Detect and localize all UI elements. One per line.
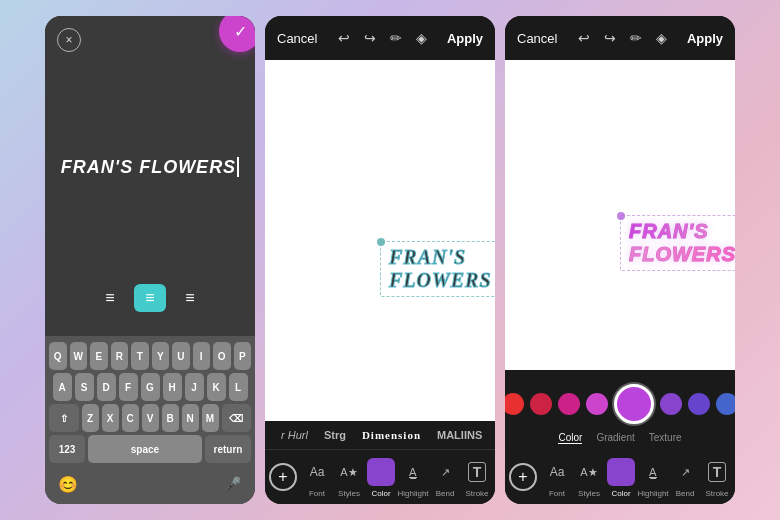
- panel3-tool-highlight[interactable]: A̲ Highlight: [637, 456, 669, 498]
- panel3-resize-tl[interactable]: [617, 212, 625, 220]
- tool-bend[interactable]: ↗ Bend: [429, 456, 461, 498]
- font-item-0[interactable]: r Hurl: [273, 427, 316, 443]
- panel3-header: Cancel ↩ ↪ ✏ ◈ Apply: [505, 16, 735, 60]
- align-left-button[interactable]: ≡: [94, 284, 126, 312]
- tool-stroke-label: Stroke: [465, 489, 488, 498]
- panel2-cancel-button[interactable]: Cancel: [277, 31, 317, 46]
- resize-handle-tl[interactable]: [377, 238, 385, 246]
- panel3-layers-icon[interactable]: ◈: [656, 30, 667, 46]
- close-button[interactable]: ×: [57, 28, 81, 52]
- font-item-4[interactable]: H: [490, 427, 495, 443]
- key-n[interactable]: N: [182, 404, 199, 432]
- key-space[interactable]: space: [88, 435, 202, 463]
- stroke-icon: T: [461, 456, 493, 488]
- canvas-text-panel2[interactable]: FRAN'S FLOWERS: [389, 246, 492, 291]
- tool-font[interactable]: Aa Font: [301, 456, 333, 498]
- key-x[interactable]: X: [102, 404, 119, 432]
- confirm-button[interactable]: ✓: [219, 16, 255, 52]
- key-v[interactable]: V: [142, 404, 159, 432]
- canvas-text-panel3[interactable]: FRAN'S FLOWERS: [629, 220, 735, 265]
- tab-gradient[interactable]: Gradient: [596, 432, 634, 444]
- panel3-add-button[interactable]: +: [509, 463, 537, 491]
- key-w[interactable]: W: [70, 342, 88, 370]
- key-b[interactable]: B: [162, 404, 179, 432]
- mic-button[interactable]: 🎤: [217, 470, 247, 498]
- font-item-1[interactable]: Strg: [316, 427, 354, 443]
- panel3-tool-color[interactable]: Color: [605, 456, 637, 498]
- emoji-button[interactable]: 😊: [53, 470, 83, 498]
- key-d[interactable]: D: [97, 373, 116, 401]
- panel3-redo-icon[interactable]: ↪: [604, 30, 616, 46]
- swatch-red[interactable]: [505, 393, 524, 415]
- swatch-blue[interactable]: [716, 393, 735, 415]
- panel3-tool-styles[interactable]: A★ Styles: [573, 456, 605, 498]
- key-h[interactable]: H: [163, 373, 182, 401]
- key-p[interactable]: P: [234, 342, 252, 370]
- font-icon: Aa: [301, 456, 333, 488]
- panel3-apply-button[interactable]: Apply: [687, 31, 723, 46]
- tab-color[interactable]: Color: [558, 432, 582, 444]
- key-a[interactable]: A: [53, 373, 72, 401]
- panel3-tool-bend[interactable]: ↗ Bend: [669, 456, 701, 498]
- tool-styles-label: Styles: [338, 489, 360, 498]
- layers-icon[interactable]: ◈: [416, 30, 427, 46]
- key-t[interactable]: T: [131, 342, 149, 370]
- key-j[interactable]: J: [185, 373, 204, 401]
- font-item-3[interactable]: MALIINS: [429, 427, 490, 443]
- key-q[interactable]: Q: [49, 342, 67, 370]
- swatch-indigo[interactable]: [688, 393, 710, 415]
- panel3-tool-stroke[interactable]: T Stroke: [701, 456, 733, 498]
- key-g[interactable]: G: [141, 373, 160, 401]
- key-delete[interactable]: ⌫: [222, 404, 252, 432]
- key-i[interactable]: I: [193, 342, 211, 370]
- tab-texture[interactable]: Texture: [649, 432, 682, 444]
- tool-color-label: Color: [371, 489, 390, 498]
- highlight-icon: A̲: [397, 456, 429, 488]
- key-l[interactable]: L: [229, 373, 248, 401]
- swatch-violet[interactable]: [660, 393, 682, 415]
- editable-text[interactable]: FRAN'S FLOWERS: [61, 157, 236, 178]
- align-right-button[interactable]: ≡: [174, 284, 206, 312]
- panel3-color-icon-wrap: [605, 456, 637, 488]
- tool-highlight[interactable]: A̲ Highlight: [397, 456, 429, 498]
- panel3-cancel-button[interactable]: Cancel: [517, 31, 557, 46]
- key-e[interactable]: E: [90, 342, 108, 370]
- tool-color[interactable]: Color: [365, 456, 397, 498]
- swatch-pink[interactable]: [558, 393, 580, 415]
- redo-icon[interactable]: ↪: [364, 30, 376, 46]
- panel3-tools: + Aa Font A★ Styles Color: [505, 450, 735, 500]
- tool-stroke[interactable]: T Stroke: [461, 456, 493, 498]
- key-shift[interactable]: ⇧: [49, 404, 79, 432]
- panel3-tool-font[interactable]: Aa Font: [541, 456, 573, 498]
- align-center-button[interactable]: ≡: [134, 284, 166, 312]
- key-o[interactable]: O: [213, 342, 231, 370]
- erase-icon[interactable]: ✏: [390, 30, 402, 46]
- font-item-2[interactable]: Dimension: [354, 427, 429, 443]
- add-element-button[interactable]: +: [269, 463, 297, 491]
- tool-styles[interactable]: A★ Styles: [333, 456, 365, 498]
- panel3-undo-icon[interactable]: ↩: [578, 30, 590, 46]
- key-m[interactable]: M: [202, 404, 219, 432]
- panel3-erase-icon[interactable]: ✏: [630, 30, 642, 46]
- swatch-crimson[interactable]: [530, 393, 552, 415]
- font-selector: r Hurl Strg Dimension MALIINS H: [265, 427, 495, 450]
- panel3-font-icon: Aa: [541, 456, 573, 488]
- panel2-apply-button[interactable]: Apply: [447, 31, 483, 46]
- panel-style-editor: Cancel ↩ ↪ ✏ ◈ Apply FRAN'S FLOWERS r Hu…: [265, 16, 495, 504]
- panel2-canvas: FRAN'S FLOWERS: [265, 60, 495, 421]
- key-r[interactable]: R: [111, 342, 129, 370]
- undo-icon[interactable]: ↩: [338, 30, 350, 46]
- key-c[interactable]: C: [122, 404, 139, 432]
- key-numbers[interactable]: 123: [49, 435, 85, 463]
- key-k[interactable]: K: [207, 373, 226, 401]
- key-s[interactable]: S: [75, 373, 94, 401]
- key-f[interactable]: F: [119, 373, 138, 401]
- key-z[interactable]: Z: [82, 404, 99, 432]
- swatch-magenta[interactable]: [586, 393, 608, 415]
- key-u[interactable]: U: [172, 342, 190, 370]
- key-return[interactable]: return: [205, 435, 251, 463]
- text-cursor: [237, 157, 239, 177]
- swatch-purple-selected[interactable]: [614, 384, 654, 424]
- key-y[interactable]: Y: [152, 342, 170, 370]
- panel2-header: Cancel ↩ ↪ ✏ ◈ Apply: [265, 16, 495, 60]
